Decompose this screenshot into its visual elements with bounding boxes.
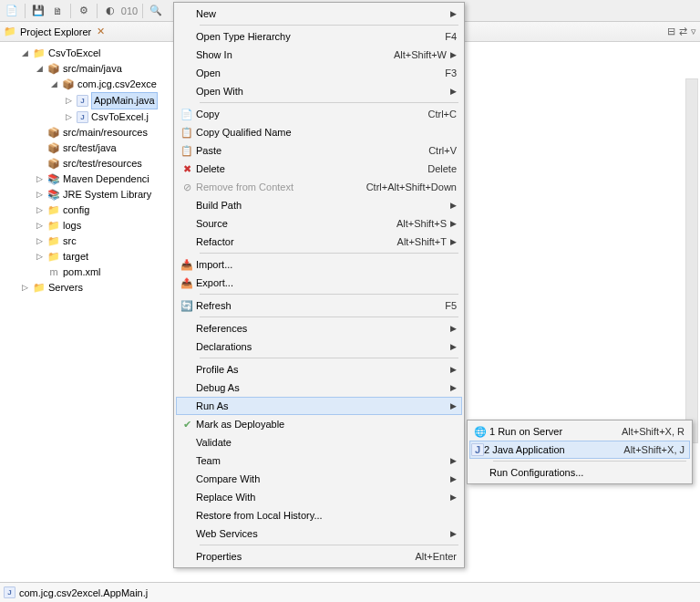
collapse-all-icon[interactable]: ⊟: [667, 26, 675, 37]
paste-icon: 📋: [178, 143, 196, 158]
tree-label: Servers: [48, 280, 83, 296]
twisty-collapsed-icon[interactable]: ▷: [35, 252, 45, 262]
submenu-run-configurations[interactable]: Run Configurations...: [469, 463, 690, 482]
menu-properties[interactable]: PropertiesAlt+Enter: [176, 547, 462, 566]
tree-label: src/test/java: [63, 140, 117, 156]
submenu-java-application[interactable]: J2 Java ApplicationAlt+Shift+X, J: [469, 441, 690, 459]
close-tab-icon[interactable]: ✕: [97, 26, 105, 37]
menu-web-services[interactable]: Web Services▶: [176, 524, 462, 543]
export-icon: 📤: [178, 275, 196, 290]
menu-remove-context: ⊘Remove from ContextCtrl+Alt+Shift+Down: [176, 178, 462, 196]
java-app-icon: J: [471, 443, 484, 456]
tree-label: AppMain.java: [91, 92, 158, 109]
deploy-icon: ✔: [178, 417, 196, 431]
tree-label: com.jcg.csv2exce: [77, 77, 157, 92]
source-folder-icon: 📦: [47, 142, 60, 155]
source-folder-icon: 📦: [47, 158, 60, 171]
view-menu-icon[interactable]: ▿: [691, 26, 696, 37]
status-bar: J com.jcg.csv2excel.AppMain.j: [0, 582, 700, 602]
delete-icon: ✖: [178, 161, 196, 176]
menu-refresh[interactable]: 🔄RefreshF5: [176, 296, 462, 315]
menu-declarations[interactable]: Declarations▶: [176, 337, 462, 356]
menu-restore-history[interactable]: Restore from Local History...: [176, 506, 462, 524]
menu-new[interactable]: New▶: [176, 5, 462, 23]
explorer-title: Project Explorer: [20, 26, 91, 37]
context-menu: New▶ Open Type HierarchyF4 Show InAlt+Sh…: [173, 2, 465, 568]
link-editor-icon[interactable]: ⇄: [679, 26, 687, 37]
menu-copy[interactable]: 📄CopyCtrl+C: [176, 105, 462, 123]
twisty-expanded-icon[interactable]: ◢: [35, 64, 45, 74]
menu-source[interactable]: SourceAlt+Shift+S▶: [176, 214, 462, 233]
menu-profile-as[interactable]: Profile As▶: [176, 360, 462, 379]
format-icon[interactable]: 010: [121, 3, 138, 19]
folder-icon: 📁: [47, 235, 60, 248]
twisty-collapsed-icon[interactable]: ▷: [35, 190, 45, 200]
menu-show-in[interactable]: Show InAlt+Shift+W▶: [176, 46, 462, 64]
menu-run-as[interactable]: Run As▶: [176, 397, 462, 415]
tree-label: target: [63, 249, 88, 265]
remove-context-icon: ⊘: [178, 180, 196, 194]
tree-label: JRE System Library: [63, 187, 151, 202]
copy-qualified-icon: 📋: [178, 125, 196, 140]
java-file-icon: J: [77, 95, 88, 107]
twisty-collapsed-icon[interactable]: ▷: [35, 174, 45, 184]
menu-open-type-hierarchy[interactable]: Open Type HierarchyF4: [176, 27, 462, 46]
java-file-icon: J: [4, 586, 15, 598]
tree-label: src/main/java: [63, 61, 122, 77]
tree-label: config: [63, 202, 89, 218]
menu-open[interactable]: OpenF3: [176, 64, 462, 82]
twisty-collapsed-icon[interactable]: ▷: [64, 96, 74, 106]
xml-file-icon: m: [47, 266, 60, 279]
build-icon[interactable]: ⚙: [76, 3, 92, 19]
menu-import[interactable]: 📥Import...: [176, 255, 462, 274]
save-icon[interactable]: 💾: [30, 3, 46, 19]
server-icon: 🌐: [471, 424, 489, 439]
explorer-icon: 📁: [4, 26, 16, 38]
folder-icon: 📁: [47, 220, 60, 233]
menu-paste[interactable]: 📋PasteCtrl+V: [176, 141, 462, 160]
tree-label: Maven Dependenci: [63, 171, 149, 187]
twisty-collapsed-icon[interactable]: ▷: [64, 112, 74, 122]
menu-references[interactable]: References▶: [176, 319, 462, 337]
menu-compare-with[interactable]: Compare With▶: [176, 470, 462, 488]
save-all-icon[interactable]: 🗎: [49, 3, 66, 19]
project-label: CsvToExcel: [48, 46, 100, 61]
menu-validate[interactable]: Validate: [176, 433, 462, 452]
menu-copy-qualified[interactable]: 📋Copy Qualified Name: [176, 123, 462, 141]
menu-mark-deployable[interactable]: ✔Mark as Deployable: [176, 415, 462, 433]
twisty-expanded-icon[interactable]: ◢: [20, 48, 30, 58]
menu-team[interactable]: Team▶: [176, 452, 462, 470]
submenu-run-on-server[interactable]: 🌐1 Run on ServerAlt+Shift+X, R: [469, 422, 690, 441]
tree-label: pom.xml: [63, 265, 101, 280]
menu-build-path[interactable]: Build Path▶: [176, 196, 462, 214]
menu-export[interactable]: 📤Export...: [176, 274, 462, 292]
tree-label: CsvToExcel.j: [91, 109, 149, 125]
tree-label: src/test/resources: [63, 156, 142, 171]
library-icon: 📚: [47, 189, 60, 202]
folder-icon: 📁: [47, 251, 60, 264]
menu-refactor[interactable]: RefactorAlt+Shift+T▶: [176, 233, 462, 251]
twisty-expanded-icon[interactable]: ◢: [49, 79, 59, 89]
source-folder-icon: 📦: [47, 127, 60, 140]
menu-delete[interactable]: ✖DeleteDelete: [176, 160, 462, 178]
menu-debug-as[interactable]: Debug As▶: [176, 379, 462, 397]
scrollbar[interactable]: [685, 78, 698, 443]
project-icon: 📁: [33, 282, 46, 295]
twisty-collapsed-icon[interactable]: ▷: [20, 283, 30, 293]
twisty-collapsed-icon[interactable]: ▷: [35, 205, 45, 215]
new-project-icon[interactable]: 📄: [4, 3, 20, 19]
menu-open-with[interactable]: Open With▶: [176, 82, 462, 100]
twisty-collapsed-icon[interactable]: ▷: [35, 236, 45, 246]
twisty-collapsed-icon[interactable]: ▷: [35, 221, 45, 231]
run-as-submenu: 🌐1 Run on ServerAlt+Shift+X, R J2 Java A…: [467, 420, 693, 484]
refresh-icon: 🔄: [178, 298, 196, 313]
search-icon[interactable]: 🔍: [148, 3, 164, 19]
copy-icon: 📄: [178, 107, 196, 121]
package-icon: 📦: [62, 78, 75, 91]
tree-label: src/main/resources: [63, 125, 148, 140]
menu-replace-with[interactable]: Replace With▶: [176, 488, 462, 506]
source-folder-icon: 📦: [47, 63, 60, 76]
status-text: com.jcg.csv2excel.AppMain.j: [19, 587, 148, 598]
toggle-icon[interactable]: ◐: [102, 3, 118, 19]
java-file-icon: J: [77, 111, 88, 123]
